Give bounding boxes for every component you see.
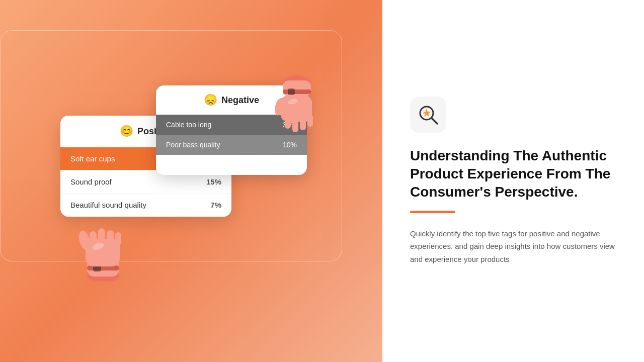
app-icon-box (410, 97, 446, 133)
svg-marker-24 (423, 109, 431, 116)
negative-title: Negative (221, 95, 259, 106)
svg-rect-13 (283, 89, 311, 94)
svg-rect-14 (288, 88, 295, 95)
svg-rect-19 (307, 115, 313, 127)
negative-row-2-pct: 10% (283, 141, 297, 149)
negative-row-3: No microphone 8% (156, 155, 307, 175)
thumb-down-icon (267, 75, 327, 141)
svg-rect-7 (107, 230, 114, 245)
thumb-up-icon (70, 211, 136, 282)
negative-row-2-label: Poor bass quality (166, 141, 220, 149)
svg-rect-17 (292, 117, 298, 132)
negative-row-3-label: No microphone (166, 161, 214, 169)
svg-rect-8 (115, 232, 121, 245)
positive-row-2-label: Sound proof (70, 177, 112, 186)
svg-rect-5 (90, 231, 97, 245)
svg-rect-12 (283, 80, 311, 97)
svg-rect-18 (300, 116, 306, 130)
orange-divider (410, 211, 455, 213)
positive-row-3-pct: 7% (210, 201, 221, 209)
left-panel: 😊 Positive Soft ear cups 30% Sound proof… (0, 0, 382, 362)
svg-line-23 (432, 118, 437, 124)
negative-row-3-pct: 8% (287, 161, 297, 169)
positive-row-1-label: Soft ear cups (70, 154, 115, 163)
positive-row-2-pct: 15% (206, 177, 221, 186)
positive-emoji: 😊 (120, 125, 133, 138)
cards-area: 😊 Positive Soft ear cups 30% Sound proof… (45, 75, 337, 287)
positive-row-3-label: Beautiful sound quality (70, 201, 146, 209)
svg-rect-16 (285, 116, 291, 129)
right-panel: Understanding The Authentic Product Expe… (382, 0, 644, 362)
main-title: Understanding The Authentic Product Expe… (410, 147, 616, 202)
svg-rect-6 (98, 228, 105, 245)
description-text: Quickly identify the top five tags for p… (410, 227, 616, 266)
negative-row-1-label: Cable too long (166, 121, 211, 129)
negative-emoji: 😞 (204, 94, 217, 107)
